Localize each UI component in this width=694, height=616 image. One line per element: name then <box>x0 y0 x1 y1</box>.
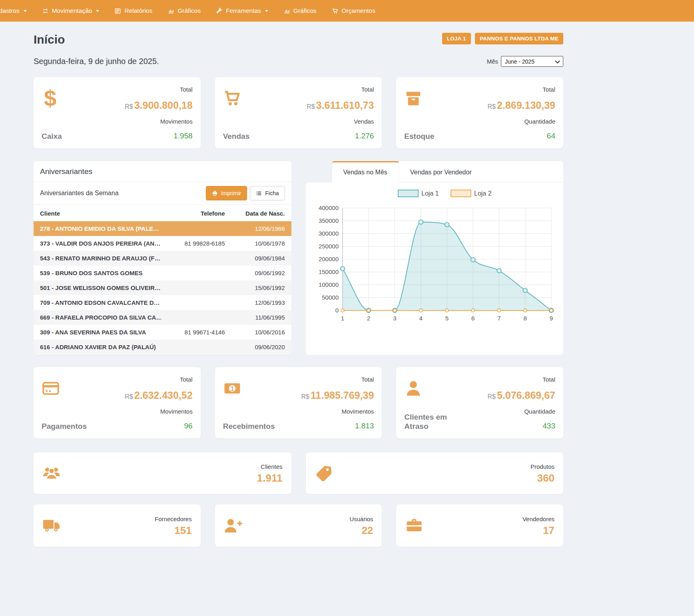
top-navbar: CadastrosMovimentaçãoRelatóriosGráficosF… <box>0 0 694 22</box>
svg-text:200000: 200000 <box>318 256 338 262</box>
archive-box-icon <box>404 85 434 112</box>
wrench-icon <box>216 8 223 14</box>
recebimentos-sub-value: 1.813 <box>301 422 374 430</box>
cell-telefone: 81 99828-6185 <box>161 240 225 247</box>
estoque-card: Estoque Total R$2.869.130,39 Quantidade … <box>396 77 563 148</box>
ficha-button[interactable]: Ficha <box>250 186 285 200</box>
clientes-atraso-total-label: Total <box>488 376 555 383</box>
nav-item-label: Gráficos <box>177 7 201 14</box>
nav-item-graficos-2[interactable]: Gráficos <box>283 7 317 14</box>
nav-item-label: Movimentação <box>52 7 92 14</box>
cell-data-nasc: 10/06/2016 <box>225 329 285 336</box>
caixa-card: $ Caixa Total R$3.900.800,18 Movimentos … <box>34 77 201 148</box>
chart-icon <box>168 8 174 14</box>
pagamentos-card: Pagamentos Total R$2.632.430,52 Moviment… <box>34 367 201 438</box>
month-label: Mês <box>487 58 498 65</box>
table-row[interactable]: 543 - RENATO MARINHO DE ARAUJO (F…09/06/… <box>34 251 291 266</box>
col-cliente: Cliente <box>40 210 161 217</box>
tab-strip-filler <box>483 161 563 182</box>
list-icon <box>256 190 262 196</box>
birthdays-panel: Aniversariantes Aniversariantes da Seman… <box>34 161 291 355</box>
sales-chart-panel: Vendas no Mês Vendas por Vendedor 050000… <box>306 161 564 355</box>
nav-item-movimentacao[interactable]: Movimentação <box>42 7 100 14</box>
svg-text:1: 1 <box>230 385 234 392</box>
nav-item-orcamentos[interactable]: Orçamentos <box>332 7 375 14</box>
svg-text:8: 8 <box>523 315 526 322</box>
nav-item-graficos[interactable]: Gráficos <box>168 7 201 14</box>
svg-text:Loja 2: Loja 2 <box>474 190 492 197</box>
table-row[interactable]: 278 - ANTONIO EMIDIO DA SILVA (PALE…12/0… <box>34 221 291 236</box>
store-button[interactable]: LOJA 1 <box>442 33 471 44</box>
cell-cliente: 373 - VALDIR DOS ANJOS PEREIRA (AN… <box>40 240 161 247</box>
pagamentos-label: Pagamentos <box>42 422 87 431</box>
table-row[interactable]: 501 - JOSE WELISSON GOMES OLIVEIR…15/06/… <box>34 280 291 295</box>
svg-text:300000: 300000 <box>318 230 338 237</box>
truck-icon <box>42 516 61 535</box>
shopping-cart-icon <box>223 85 250 112</box>
caixa-total-label: Total <box>125 86 192 93</box>
cell-data-nasc: 11/06/1995 <box>225 314 285 321</box>
cell-data-nasc: 10/06/1978 <box>225 240 285 247</box>
recebimentos-sub-label: Movimentos <box>301 408 374 415</box>
vendas-card: Vendas Total R$3.611.610,73 Vendas 1.276 <box>215 77 382 148</box>
table-header: Cliente Telefone Data de Nasc. <box>34 205 291 221</box>
cell-cliente: 616 - ADRIANO XAVIER DA PAZ (PALAÚ) <box>40 344 161 350</box>
table-row[interactable]: 709 - ANTONIO EDSON CAVALCANTE D…12/06/1… <box>34 295 291 310</box>
svg-text:2: 2 <box>367 315 370 322</box>
nav-item-ferramentas[interactable]: Ferramentas <box>216 7 268 14</box>
recebimentos-card: 1 Recebimentos Total R$11.985.769,39 Mov… <box>215 367 382 438</box>
clientes-label: Clientes <box>257 463 283 470</box>
month-select[interactable]: June - 2025 <box>501 56 563 67</box>
cell-telefone: 81 99671-4146 <box>161 329 225 336</box>
birthdays-table-body: 278 - ANTONIO EMIDIO DA SILVA (PALE…12/0… <box>34 221 291 354</box>
cell-cliente: 501 - JOSE WELISSON GOMES OLIVEIR… <box>40 284 161 291</box>
caret-down-icon <box>265 10 268 12</box>
table-row[interactable]: 309 - ANA SEVERINA PAES DA SILVA81 99671… <box>34 325 291 340</box>
chart-icon <box>283 8 290 14</box>
nav-item-relatorios[interactable]: Relatórios <box>114 7 152 14</box>
table-row[interactable]: 539 - BRUNO DOS SANTOS GOMES09/06/1992 <box>34 266 291 280</box>
table-row[interactable]: 373 - VALDIR DOS ANJOS PEREIRA (AN…81 99… <box>34 236 291 251</box>
table-row[interactable]: 616 - ADRIANO XAVIER DA PAZ (PALAÚ)09/06… <box>34 340 291 354</box>
estoque-total-label: Total <box>488 86 555 93</box>
vendedores-label: Vendedores <box>522 516 554 522</box>
tab-vendas-por-vendedor[interactable]: Vendas por Vendedor <box>399 161 483 182</box>
cell-cliente: 543 - RENATO MARINHO DE ARAUJO (F… <box>40 255 161 262</box>
company-button[interactable]: PANNOS E PANNOS LTDA ME <box>475 33 563 44</box>
print-button[interactable]: Imprimir <box>206 186 247 200</box>
vendedores-value: 17 <box>522 525 554 536</box>
clientes-atraso-sub-value: 433 <box>488 422 555 430</box>
nav-item-label: Gráficos <box>293 7 317 14</box>
svg-text:4: 4 <box>419 315 422 322</box>
produtos-card: Produtos 360 <box>306 452 564 494</box>
estoque-label: Estoque <box>404 132 434 141</box>
produtos-value: 360 <box>530 473 554 483</box>
caret-down-icon <box>24 10 27 12</box>
svg-text:Loja 1: Loja 1 <box>421 190 439 197</box>
dashboard-page: Início LOJA 1 PANNOS E PANNOS LTDA ME Se… <box>34 22 563 547</box>
briefcase-icon <box>405 516 423 535</box>
nav-item-label: Relatórios <box>124 7 152 14</box>
table-row[interactable]: 669 - RAFAELA PROCOPIO DA SILVA CA…11/06… <box>34 310 291 325</box>
svg-text:0: 0 <box>335 307 338 314</box>
svg-text:3: 3 <box>393 315 396 322</box>
clientes-atraso-total-value: R$5.076.869,67 <box>488 390 555 401</box>
vendedores-card: Vendedores 17 <box>396 504 563 547</box>
svg-text:50000: 50000 <box>322 294 339 301</box>
svg-text:1: 1 <box>341 315 344 322</box>
exchange-icon <box>42 8 49 14</box>
clientes-value: 1.911 <box>257 473 283 483</box>
pagamentos-sub-value: 96 <box>125 422 192 430</box>
caret-down-icon <box>96 10 99 12</box>
pagamentos-total-label: Total <box>125 376 192 383</box>
tab-vendas-no-mes[interactable]: Vendas no Mês <box>332 161 399 182</box>
nav-item-cadastros[interactable]: Cadastros <box>0 7 27 14</box>
cell-data-nasc: 09/06/1984 <box>225 255 285 262</box>
users-icon <box>42 464 61 482</box>
page-title: Início <box>34 33 65 46</box>
svg-text:9: 9 <box>549 315 552 322</box>
svg-text:5: 5 <box>445 315 448 322</box>
recebimentos-label: Recebimentos <box>223 422 271 431</box>
current-date-text: Segunda-feira, 9 de junho de 2025. <box>34 57 159 66</box>
vendas-sub-value: 1.276 <box>307 132 374 140</box>
